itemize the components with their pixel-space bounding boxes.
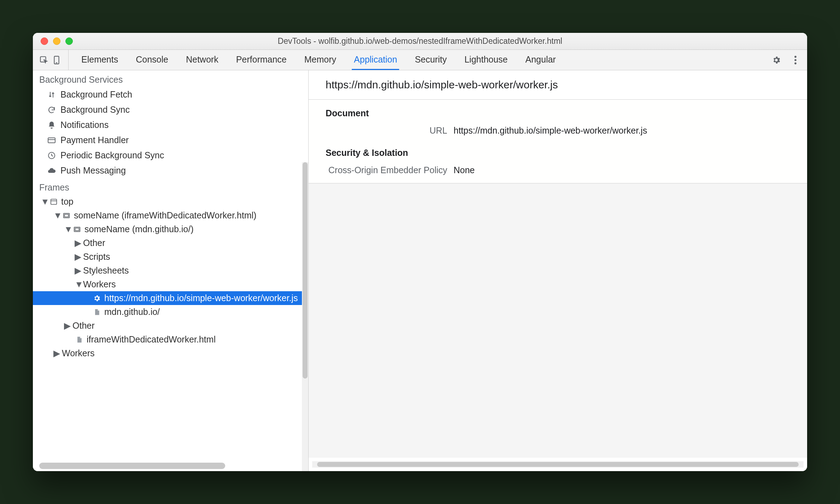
tree-label: Other <box>72 321 95 331</box>
tab-lighthouse[interactable]: Lighthouse <box>462 50 510 70</box>
settings-gear-icon[interactable] <box>772 55 781 65</box>
chevron-down-icon: ▼ <box>41 197 46 207</box>
tree-label: Workers <box>83 279 116 289</box>
svg-rect-6 <box>48 138 55 143</box>
tree-label: top <box>61 197 74 207</box>
file-icon <box>75 335 84 344</box>
tree-label: https://mdn.github.io/simple-web-worker/… <box>104 293 298 303</box>
svg-point-3 <box>794 55 797 58</box>
tree-label: Scripts <box>83 252 110 262</box>
svg-rect-14 <box>75 228 79 230</box>
tree-item-document[interactable]: iframeWithDedicatedWorker.html <box>33 333 308 346</box>
sidebar-vertical-scrollbar[interactable] <box>302 162 308 471</box>
device-toolbar-icon[interactable] <box>52 55 61 65</box>
application-sidebar: Background Services Background Fetch Bac… <box>33 70 309 471</box>
svg-point-5 <box>794 62 797 64</box>
sidebar-item-push-messaging[interactable]: Push Messaging <box>33 163 308 178</box>
detail-header: https://mdn.github.io/simple-web-worker/… <box>309 70 807 100</box>
bell-icon <box>47 121 56 130</box>
url-value: https://mdn.github.io/simple-web-worker/… <box>454 125 647 136</box>
frames-tree: ▼ top ▼ someName (iframeWithDedicatedWor… <box>33 195 308 371</box>
chevron-down-icon: ▼ <box>53 210 59 221</box>
section-frames: Frames <box>33 178 308 195</box>
sidebar-item-periodic-sync[interactable]: Periodic Background Sync <box>33 148 308 163</box>
tree-item-other[interactable]: ▶ Other <box>33 236 308 250</box>
content-horizontal-scrollbar[interactable] <box>312 461 804 468</box>
sidebar-item-label: Background Sync <box>60 105 130 115</box>
coep-key: Cross-Origin Embedder Policy <box>309 165 454 175</box>
tree-label: Stylesheets <box>83 265 129 276</box>
tree-label: Workers <box>62 348 95 358</box>
svg-rect-9 <box>51 199 57 204</box>
sidebar-item-payment-handler[interactable]: Payment Handler <box>33 133 308 148</box>
tree-label: Other <box>83 238 105 248</box>
clock-icon <box>47 151 56 160</box>
tab-performance[interactable]: Performance <box>234 50 289 70</box>
tree-label: someName (iframeWithDedicatedWorker.html… <box>74 210 256 221</box>
tree-label: someName (mdn.github.io/) <box>84 224 193 234</box>
empty-area <box>309 183 807 458</box>
detail-panel: Document URL https://mdn.github.io/simpl… <box>309 100 807 183</box>
chevron-right-icon: ▶ <box>64 321 70 331</box>
devtools-window: DevTools - wolfib.github.io/web-demos/ne… <box>33 33 807 471</box>
tree-item-frame[interactable]: ▼ someName (mdn.github.io/) <box>33 222 308 236</box>
chevron-right-icon: ▶ <box>75 265 80 276</box>
titlebar: DevTools - wolfib.github.io/web-demos/ne… <box>33 33 807 50</box>
chevron-down-icon: ▼ <box>75 279 80 289</box>
window-icon <box>49 197 58 206</box>
chevron-down-icon: ▼ <box>64 224 70 234</box>
row-coep: Cross-Origin Embedder Policy None <box>309 162 807 183</box>
arrows-updown-icon <box>47 90 56 99</box>
chevron-right-icon: ▶ <box>75 238 80 248</box>
tree-item-scripts[interactable]: ▶ Scripts <box>33 250 308 264</box>
tab-memory[interactable]: Memory <box>302 50 338 70</box>
tree-item-top[interactable]: ▼ top <box>33 195 308 209</box>
tab-application[interactable]: Application <box>352 50 399 70</box>
sidebar-item-label: Push Messaging <box>60 165 126 176</box>
svg-rect-12 <box>65 214 69 217</box>
sidebar-item-label: Notifications <box>60 120 109 130</box>
more-menu-icon[interactable] <box>791 55 800 65</box>
devtools-tabbar: Elements Console Network Performance Mem… <box>33 50 807 70</box>
sidebar-horizontal-scrollbar[interactable] <box>39 463 298 469</box>
sidebar-item-background-fetch[interactable]: Background Fetch <box>33 87 308 102</box>
section-background-services: Background Services <box>33 70 308 87</box>
tree-item-workers[interactable]: ▼ Workers <box>33 277 308 291</box>
tree-item-worker-selected[interactable]: https://mdn.github.io/simple-web-worker/… <box>33 291 308 305</box>
sync-icon <box>47 105 56 115</box>
group-security-isolation: Security & Isolation <box>309 139 807 162</box>
gear-icon <box>92 294 101 303</box>
tree-item-frame[interactable]: ▼ someName (iframeWithDedicatedWorker.ht… <box>33 209 308 222</box>
coep-value: None <box>454 165 475 175</box>
tab-security[interactable]: Security <box>413 50 449 70</box>
card-icon <box>47 136 56 145</box>
svg-point-4 <box>794 59 797 61</box>
tab-console[interactable]: Console <box>134 50 170 70</box>
file-icon <box>92 307 101 317</box>
detail-pane: https://mdn.github.io/simple-web-worker/… <box>309 70 807 471</box>
window-title: DevTools - wolfib.github.io/web-demos/ne… <box>33 36 807 46</box>
tree-label: mdn.github.io/ <box>104 307 160 317</box>
tab-angular[interactable]: Angular <box>523 50 558 70</box>
sidebar-item-notifications[interactable]: Notifications <box>33 117 308 133</box>
tree-item-other[interactable]: ▶ Other <box>33 319 308 333</box>
sidebar-item-label: Background Fetch <box>60 89 132 100</box>
iframe-icon <box>62 211 71 220</box>
tree-item-document[interactable]: mdn.github.io/ <box>33 305 308 319</box>
iframe-icon <box>72 225 82 234</box>
url-key: URL <box>309 125 454 136</box>
tab-elements[interactable]: Elements <box>79 50 120 70</box>
chevron-right-icon: ▶ <box>75 252 80 262</box>
tree-item-workers[interactable]: ▶ Workers <box>33 346 308 360</box>
chevron-right-icon: ▶ <box>53 348 59 358</box>
row-url: URL https://mdn.github.io/simple-web-wor… <box>309 122 807 139</box>
group-document: Document <box>309 100 807 122</box>
tab-network[interactable]: Network <box>184 50 221 70</box>
sidebar-item-background-sync[interactable]: Background Sync <box>33 102 308 117</box>
sidebar-item-label: Payment Handler <box>60 135 129 145</box>
tree-item-stylesheets[interactable]: ▶ Stylesheets <box>33 264 308 277</box>
tree-label: iframeWithDedicatedWorker.html <box>87 334 216 345</box>
inspect-icon[interactable] <box>39 55 48 65</box>
sidebar-item-label: Periodic Background Sync <box>60 150 164 160</box>
cloud-icon <box>47 166 56 175</box>
